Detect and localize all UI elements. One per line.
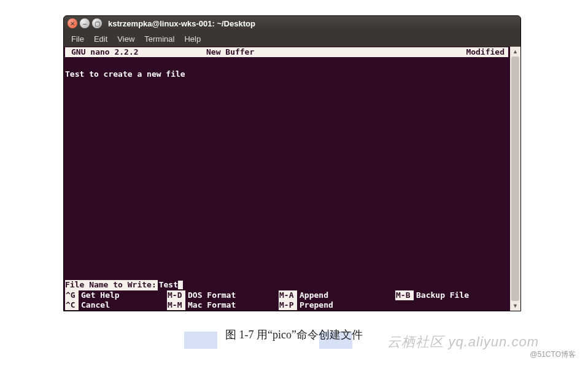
shortcut-desc: Mac Format bbox=[185, 300, 279, 310]
shortcut-key[interactable]: M-M bbox=[167, 300, 185, 310]
menu-view[interactable]: View bbox=[112, 33, 139, 45]
close-icon[interactable]: ✕ bbox=[68, 18, 77, 28]
maximize-icon[interactable]: ▢ bbox=[92, 18, 102, 28]
vertical-scrollbar[interactable]: ▲ ▼ bbox=[509, 47, 520, 311]
watermark-source: @51CTO博客 bbox=[530, 349, 576, 360]
terminal-window: ✕ – ▢ kstrzempka@linux-wks-001: ~/Deskto… bbox=[63, 15, 521, 311]
shortcut-key[interactable]: M-B bbox=[395, 290, 414, 300]
menu-help[interactable]: Help bbox=[179, 33, 206, 45]
shortcut-key[interactable]: M-D bbox=[167, 290, 185, 300]
shortcut-desc: DOS Format bbox=[185, 290, 279, 300]
nano-editor-body[interactable]: Test to create a new file bbox=[65, 57, 508, 281]
filename-input-text: Test bbox=[159, 280, 178, 289]
prompt-value[interactable]: Test bbox=[158, 280, 183, 290]
shortcut-key-empty bbox=[395, 300, 414, 310]
menu-bar: File Edit View Terminal Help bbox=[64, 31, 520, 47]
menu-file[interactable]: File bbox=[66, 33, 89, 45]
window-titlebar[interactable]: ✕ – ▢ kstrzempka@linux-wks-001: ~/Deskto… bbox=[64, 16, 520, 31]
shortcut-key[interactable]: ^G bbox=[65, 290, 79, 300]
scroll-up-icon[interactable]: ▲ bbox=[510, 47, 520, 56]
terminal-area: GNU nano 2.2.2 New Buffer Modified Test … bbox=[64, 47, 520, 311]
shortcut-key[interactable]: ^C bbox=[65, 300, 79, 310]
window-title: kstrzempka@linux-wks-001: ~/Desktop bbox=[108, 19, 255, 28]
shortcut-desc: Prepend bbox=[297, 300, 395, 310]
nano-filename-prompt[interactable]: File Name to Write: Test bbox=[65, 281, 508, 290]
shortcut-desc: Backup File bbox=[414, 290, 508, 300]
shortcut-desc: Cancel bbox=[79, 300, 167, 310]
shortcut-desc: Get Help bbox=[79, 290, 167, 300]
shortcut-key[interactable]: M-P bbox=[279, 300, 297, 310]
nano-modified-flag: Modified bbox=[466, 47, 508, 57]
terminal-content[interactable]: GNU nano 2.2.2 New Buffer Modified Test … bbox=[64, 47, 509, 311]
menu-terminal[interactable]: Terminal bbox=[139, 33, 179, 45]
nano-shortcut-bar: ^G Get Help M-D DOS Format M-A Append M-… bbox=[65, 290, 508, 311]
nano-buffer-name: New Buffer bbox=[206, 47, 466, 57]
nano-header: GNU nano 2.2.2 New Buffer Modified bbox=[65, 47, 508, 57]
shortcut-key[interactable]: M-A bbox=[279, 290, 297, 300]
scroll-down-icon[interactable]: ▼ bbox=[510, 301, 520, 311]
shortcut-desc: Append bbox=[297, 290, 395, 300]
text-cursor bbox=[178, 281, 183, 289]
prompt-label: File Name to Write: bbox=[65, 280, 158, 290]
minimize-icon[interactable]: – bbox=[80, 18, 90, 28]
nano-version: GNU nano 2.2.2 bbox=[65, 47, 206, 57]
watermark-text: 云栖社区 yq.aliyun.com bbox=[387, 333, 539, 351]
menu-edit[interactable]: Edit bbox=[89, 33, 112, 45]
scrollbar-thumb[interactable] bbox=[511, 56, 519, 301]
shortcut-desc-empty bbox=[414, 300, 508, 310]
